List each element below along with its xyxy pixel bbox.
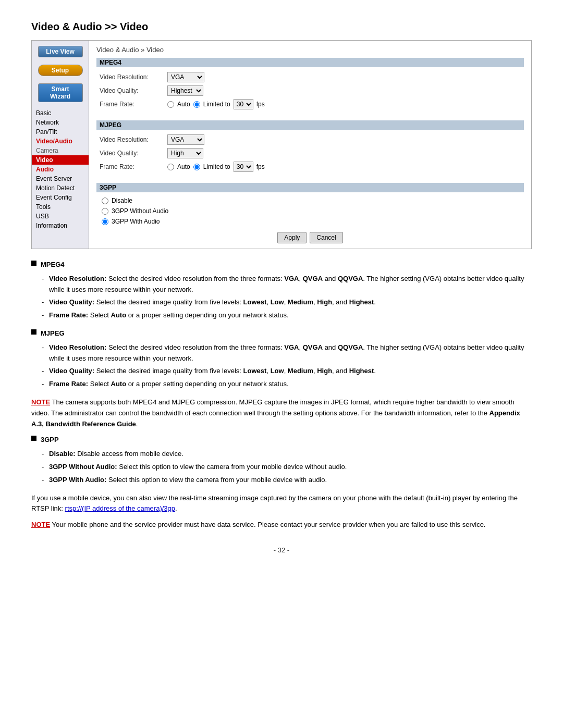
note1-label: NOTE [31, 398, 50, 406]
mjpeg-framerate-cell: Auto Limited to 15 20 25 30 fps [164, 160, 524, 174]
mpeg4-framerate-label: Frame Rate: [96, 97, 164, 111]
page-footer: - 32 - [31, 546, 532, 554]
gpp3-disable-row: Disable [96, 195, 524, 206]
mjpeg-resolution-row: Video Resolution: VGA QVGA QQVGA [96, 133, 524, 146]
list-item: Frame Rate: Select Auto or a proper sett… [42, 379, 532, 390]
sidebar-item-eventserver[interactable]: Event Server [32, 174, 89, 183]
mjpeg-fps-select[interactable]: 15 20 25 30 [234, 162, 253, 172]
page-title: Video & Audio >> Video [31, 21, 532, 33]
gpp3-audio-radio[interactable] [102, 218, 108, 225]
mjpeg-fps-limited-label: Limited to [203, 163, 230, 170]
doc-mjpeg-title-text: MJPEG [41, 328, 65, 339]
mpeg4-fps-auto-label: Auto [177, 101, 190, 108]
sidebar-item-tools[interactable]: Tools [32, 202, 89, 212]
mjpeg-fps-auto-label: Auto [177, 163, 190, 170]
mpeg4-quality-select[interactable]: Lowest Low Medium High Highest [167, 85, 203, 96]
mjpeg-resolution-select[interactable]: VGA QVGA QQVGA [167, 134, 204, 145]
content-breadcrumb: Video & Audio » Video [96, 46, 524, 54]
gpp3-noaudio-radio[interactable] [102, 208, 108, 215]
gpp3-bullet-icon [31, 436, 36, 441]
mobile-note-paragraph: If you use a mobile device, you can also… [31, 493, 532, 515]
mpeg4-fps-unit: fps [256, 101, 265, 108]
sidebar-item-pantilt[interactable]: Pan/Tilt [32, 127, 89, 137]
doc-mpeg4-list: Video Resolution: Select the desired vid… [31, 274, 532, 321]
setup-button[interactable]: Setup [38, 65, 83, 76]
doc-gpp3-title-text: 3GPP [41, 435, 59, 446]
mpeg4-section-header: MPEG4 [96, 58, 524, 67]
sidebar-item-video[interactable]: Video [32, 155, 89, 165]
note2-label: NOTE [31, 521, 50, 528]
mpeg4-resolution-select[interactable]: VGA QVGA QQVGA [167, 72, 204, 82]
gpp3-noaudio-label: 3GPP Without Audio [112, 207, 168, 215]
mpeg4-quality-label: Video Quality: [96, 84, 164, 97]
form-buttons: Apply Cancel [96, 232, 524, 243]
doc-gpp3-list: Disable: Disable access from mobile devi… [31, 449, 532, 485]
note2-text: Your mobile phone and the service provid… [52, 521, 486, 528]
doc-mpeg4-title-text: MPEG4 [41, 260, 65, 270]
sidebar: Live View Setup Smart Wizard Basic Netwo… [32, 41, 89, 249]
mpeg4-fps-limited-radio[interactable] [193, 101, 200, 108]
live-view-button[interactable]: Live View [38, 46, 83, 57]
mpeg4-quality-cell: Lowest Low Medium High Highest [164, 84, 524, 97]
mjpeg-form: Video Resolution: VGA QVGA QQVGA Video Q… [96, 133, 524, 174]
note1-block: NOTE The camera supports both MPEG4 and … [31, 397, 532, 429]
sidebar-item-videoaudio[interactable]: Video/Audio [32, 137, 89, 146]
mjpeg-fps-limited-radio[interactable] [193, 164, 200, 170]
doc-gpp3-title: 3GPP [31, 435, 532, 446]
documentation: MPEG4 Video Resolution: Select the desir… [31, 260, 532, 530]
gpp3-audio-cell: 3GPP With Audio [96, 216, 524, 227]
sidebar-item-usb[interactable]: USB [32, 212, 89, 221]
sidebar-item-motiondetect[interactable]: Motion Detect [32, 183, 89, 193]
mjpeg-quality-cell: Lowest Low Medium High Highest [164, 146, 524, 160]
list-item: Video Quality: Select the desired image … [42, 366, 532, 377]
mpeg4-fps-auto-radio[interactable] [167, 101, 174, 108]
apply-button[interactable]: Apply [277, 232, 307, 243]
sidebar-item-audio[interactable]: Audio [32, 165, 89, 174]
note2-block: NOTE Your mobile phone and the service p… [31, 520, 532, 530]
mjpeg-resolution-label: Video Resolution: [96, 133, 164, 146]
list-item: 3GPP Without Audio: Select this option t… [42, 462, 532, 473]
sidebar-item-information[interactable]: Information [32, 221, 89, 230]
list-item: Disable: Disable access from mobile devi… [42, 449, 532, 460]
mpeg4-resolution-cell: VGA QVGA QQVGA [164, 70, 524, 84]
mjpeg-section-header: MJPEG [96, 120, 524, 130]
rtsp-link[interactable]: rtsp://(IP address of the camera)/3gp [65, 504, 175, 512]
mjpeg-resolution-cell: VGA QVGA QQVGA [164, 133, 524, 146]
mjpeg-quality-select[interactable]: Lowest Low Medium High Highest [167, 148, 203, 158]
cancel-button[interactable]: Cancel [310, 232, 342, 243]
sidebar-item-basic[interactable]: Basic [32, 108, 89, 118]
mpeg4-fps-select[interactable]: 15 20 25 30 [234, 99, 253, 109]
gpp3-form: Disable 3GPP Without Audio 3GPP With Aud… [96, 195, 524, 227]
mpeg4-bullet-icon [31, 261, 36, 266]
gpp3-section-header: 3GPP [96, 183, 524, 192]
list-item: Video Resolution: Select the desired vid… [42, 274, 532, 295]
gpp3-disable-label: Disable [112, 197, 132, 204]
list-item: Frame Rate: Select Auto or a proper sett… [42, 310, 532, 321]
mjpeg-framerate-label: Frame Rate: [96, 160, 164, 174]
main-panel: Live View Setup Smart Wizard Basic Netwo… [31, 40, 532, 249]
sidebar-item-network[interactable]: Network [32, 118, 89, 127]
mpeg4-framerate-row: Frame Rate: Auto Limited to 15 20 25 30 [96, 97, 524, 111]
list-item: Video Resolution: Select the desired vid… [42, 342, 532, 364]
mjpeg-quality-row: Video Quality: Lowest Low Medium High Hi… [96, 146, 524, 160]
gpp3-disable-radio[interactable] [102, 198, 108, 204]
doc-mpeg4-section: MPEG4 Video Resolution: Select the desir… [31, 260, 532, 321]
doc-mpeg4-title: MPEG4 [31, 260, 532, 270]
mjpeg-fps-auto-radio[interactable] [167, 164, 174, 170]
smart-wizard-button[interactable]: Smart Wizard [38, 83, 83, 102]
mjpeg-bullet-icon [31, 329, 36, 335]
mpeg4-quality-row: Video Quality: Lowest Low Medium High Hi… [96, 84, 524, 97]
doc-mjpeg-title: MJPEG [31, 328, 532, 339]
sidebar-item-eventconfig[interactable]: Event Config [32, 193, 89, 202]
gpp3-disable-cell: Disable [96, 195, 524, 206]
gpp3-noaudio-cell: 3GPP Without Audio [96, 206, 524, 216]
content-area: Video & Audio » Video MPEG4 Video Resolu… [89, 41, 531, 249]
doc-mjpeg-list: Video Resolution: Select the desired vid… [31, 342, 532, 390]
gpp3-audio-row: 3GPP With Audio [96, 216, 524, 227]
mjpeg-framerate-row: Frame Rate: Auto Limited to 15 20 25 30 [96, 160, 524, 174]
doc-gpp3-section: 3GPP Disable: Disable access from mobile… [31, 435, 532, 485]
sidebar-camera-label: Camera [32, 146, 89, 155]
list-item: 3GPP With Audio: Select this option to v… [42, 475, 532, 486]
mpeg4-resolution-label: Video Resolution: [96, 70, 164, 84]
mjpeg-fps-unit: fps [256, 163, 265, 170]
